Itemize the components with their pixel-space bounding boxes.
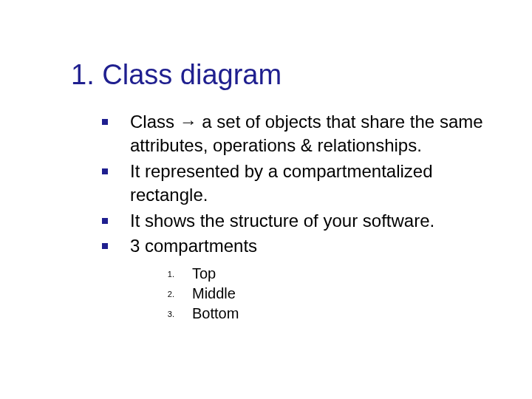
square-bullet-icon	[102, 243, 108, 249]
list-item: Class → a set of objects that share the …	[102, 110, 502, 158]
sub-number: 2.	[152, 285, 174, 299]
sub-text: Middle	[192, 285, 236, 302]
slide-title: 1. Class diagram	[71, 59, 502, 91]
bullet-text: It shows the structure of your software.	[130, 209, 434, 233]
sub-number: 3.	[152, 305, 174, 318]
sub-text: Bottom	[192, 305, 239, 322]
list-item: 3 compartments	[102, 234, 502, 258]
numbered-sublist: 1. Top 2. Middle 3. Bottom	[71, 265, 502, 322]
list-item: 1. Top	[152, 265, 502, 282]
list-item: It shows the structure of your software.	[102, 209, 502, 233]
square-bullet-icon	[102, 119, 108, 125]
bullet-list: Class → a set of objects that share the …	[71, 110, 502, 258]
bullet-text: Class → a set of objects that share the …	[130, 110, 502, 158]
list-item: 2. Middle	[152, 285, 502, 302]
square-bullet-icon	[102, 168, 108, 174]
list-item: 3. Bottom	[152, 305, 502, 322]
bullet-text: It represented by a compartmentalized re…	[130, 160, 502, 208]
bullet-text: 3 compartments	[130, 234, 257, 258]
sub-number: 1.	[152, 265, 174, 279]
slide: 1. Class diagram Class → a set of object…	[0, 0, 532, 399]
square-bullet-icon	[102, 218, 108, 224]
list-item: It represented by a compartmentalized re…	[102, 160, 502, 208]
sub-text: Top	[192, 265, 216, 282]
